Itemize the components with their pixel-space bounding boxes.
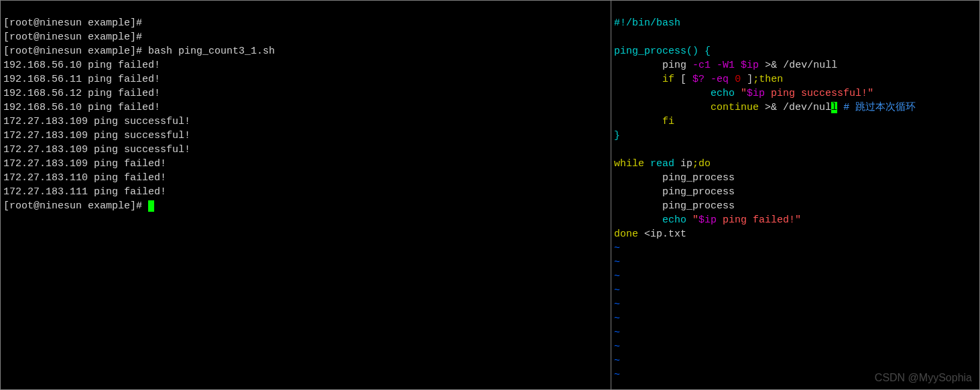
read-kw: read xyxy=(650,158,674,170)
output-line: 192.168.56.12 ping failed! xyxy=(3,88,160,99)
dev-null: /dev/null xyxy=(783,60,837,71)
vim-tilde: ~ xyxy=(614,285,620,296)
editor-content: #!/bin/bash ping_process() { ping -c1 -W… xyxy=(614,16,977,382)
shebang-line: #!/bin/bash xyxy=(614,17,680,29)
number: 0 xyxy=(735,74,741,85)
vim-tilde: ~ xyxy=(614,341,620,352)
shell-prompt: [root@ninesun example]# xyxy=(3,200,142,212)
func-call: ping_process xyxy=(662,200,735,212)
variable: $? xyxy=(692,74,705,85)
variable: $ip xyxy=(741,60,759,71)
ping-opt: -W1 xyxy=(717,60,735,71)
quote: " xyxy=(867,88,873,99)
quote: " xyxy=(692,214,698,226)
vim-tilde: ~ xyxy=(614,243,620,254)
brace-close: } xyxy=(614,130,620,141)
ping-cmd: ping xyxy=(662,60,686,71)
done-kw: done xyxy=(614,229,638,240)
terminal-pane[interactable]: [root@ninesun example]# [root@ninesun ex… xyxy=(0,0,611,390)
vim-tilde: ~ xyxy=(614,369,620,381)
redir: < xyxy=(644,229,650,240)
vim-tilde: ~ xyxy=(614,327,620,338)
terminal-content: [root@ninesun example]# [root@ninesun ex… xyxy=(3,16,608,213)
command-text: bash ping_count3_1.sh xyxy=(148,46,275,57)
ping-opt: -c1 xyxy=(692,60,711,71)
editor-cursor: l xyxy=(831,102,837,113)
comment: # 跳过本次循环 xyxy=(843,102,916,113)
vim-tilde: ~ xyxy=(614,257,620,268)
function-def: ping_process() { xyxy=(614,46,711,57)
variable: $ip xyxy=(698,214,717,226)
shell-prompt: [root@ninesun example]# xyxy=(3,31,142,43)
editor-pane[interactable]: #!/bin/bash ping_process() { ping -c1 -W… xyxy=(611,0,980,390)
shell-prompt: [root@ninesun example]# xyxy=(3,46,142,57)
func-call: ping_process xyxy=(662,186,735,198)
bracket: ] xyxy=(747,74,753,85)
output-line: 172.27.183.109 ping successful! xyxy=(3,144,190,155)
output-line: 172.27.183.111 ping failed! xyxy=(3,186,166,198)
do-kw: ;do xyxy=(692,158,711,170)
variable: ip xyxy=(680,158,692,170)
vim-tilde: ~ xyxy=(614,313,620,324)
echo-kw: echo xyxy=(711,88,735,99)
then-kw: ;then xyxy=(753,74,783,85)
variable: $ip xyxy=(747,88,765,99)
redir: >& xyxy=(765,60,777,71)
filename: ip.txt xyxy=(650,229,686,240)
bracket: [ xyxy=(680,74,686,85)
quote: " xyxy=(795,214,801,226)
output-line: 172.27.183.109 ping failed! xyxy=(3,158,166,170)
echo-kw: echo xyxy=(662,214,686,226)
output-line: 192.168.56.10 ping failed! xyxy=(3,60,160,71)
if-kw: if xyxy=(662,74,674,85)
vim-tilde: ~ xyxy=(614,299,620,310)
while-kw: while xyxy=(614,158,644,170)
string: ping successful! xyxy=(765,88,867,99)
fi-kw: fi xyxy=(662,116,674,127)
vim-tilde: ~ xyxy=(614,271,620,282)
redir: >& xyxy=(765,102,777,113)
vim-tilde: ~ xyxy=(614,355,620,367)
shell-prompt: [root@ninesun example]# xyxy=(3,17,142,29)
func-call: ping_process xyxy=(662,172,735,184)
string: ping failed! xyxy=(717,214,795,226)
output-line: 192.168.56.11 ping failed! xyxy=(3,74,160,85)
operator: -eq xyxy=(711,74,729,85)
quote: " xyxy=(741,88,747,99)
output-line: 172.27.183.110 ping failed! xyxy=(3,172,166,184)
output-line: 172.27.183.109 ping successful! xyxy=(3,130,190,141)
continue-kw: continue xyxy=(711,102,759,113)
dev-null: /dev/nul xyxy=(783,102,831,113)
output-line: 192.168.56.10 ping failed! xyxy=(3,102,160,113)
output-line: 172.27.183.109 ping successful! xyxy=(3,116,190,127)
terminal-cursor xyxy=(148,200,154,212)
